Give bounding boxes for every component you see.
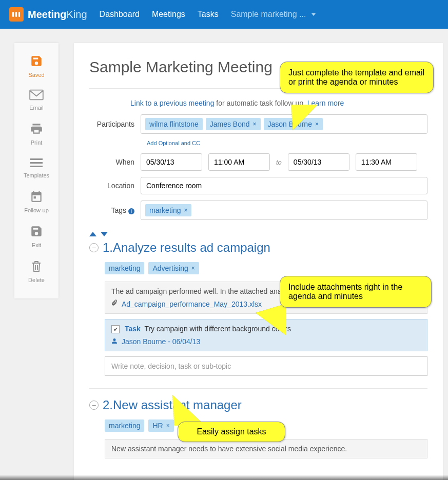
remove-icon[interactable]: × <box>184 207 187 214</box>
location-label: Location <box>89 182 141 190</box>
divider <box>89 388 427 389</box>
agenda-number: 1. <box>103 241 113 254</box>
nav-meetings[interactable]: Meetings <box>152 10 185 19</box>
new-note-input[interactable]: Write note, decision, task or sub-topic <box>105 356 427 376</box>
trash-icon <box>14 259 59 275</box>
callout-tooltip: Include attachments right in the agenda … <box>280 276 432 308</box>
participant-name: wilma flintstone <box>149 120 199 128</box>
person-icon <box>111 337 120 346</box>
nav-current-label: Sample marketing ... <box>231 10 306 18</box>
sidebar-email-label: Email <box>14 105 59 111</box>
sidebar-email[interactable]: Email <box>14 83 59 116</box>
callout-tail <box>256 304 286 335</box>
calendar-icon <box>14 190 59 205</box>
tags-row: Tagsi marketing× <box>89 201 427 220</box>
svg-rect-4 <box>30 158 43 160</box>
when-row: When to <box>89 153 427 171</box>
print-icon <box>14 122 59 137</box>
agenda-title[interactable]: 1.Analyze results ad campaign <box>103 241 270 255</box>
sidebar-print[interactable]: Print <box>14 116 59 151</box>
svg-rect-0 <box>12 12 14 17</box>
when-label: When <box>89 158 141 166</box>
sidebar-saved[interactable]: Saved <box>14 48 59 83</box>
sidebar-templates[interactable]: Templates <box>14 151 59 184</box>
meeting-content: Sample Marketing Meeting Link to a previ… <box>74 43 443 480</box>
nav-tasks[interactable]: Tasks <box>198 10 219 19</box>
participants-input[interactable]: wilma flintstone James Bond× Jason Bourn… <box>141 114 427 134</box>
note-text: New assistant manager needs to have exte… <box>111 445 421 453</box>
sidebar-delete[interactable]: Delete <box>14 253 59 288</box>
tag-name: HR <box>152 422 163 430</box>
callout-tooltip: Easily assign tasks <box>178 422 285 442</box>
participants-row: Participants wilma flintstone James Bond… <box>89 114 427 134</box>
sidebar-exit[interactable]: Exit <box>14 218 59 253</box>
tag-chip[interactable]: marketing <box>105 262 144 274</box>
sidebar-saved-label: Saved <box>14 72 59 78</box>
sidebar-followup[interactable]: Follow-up <box>14 184 59 218</box>
task-label: Task <box>125 325 141 333</box>
callout-tooltip: Just complete the template and email or … <box>280 62 434 93</box>
logo-text-2: King <box>67 9 87 21</box>
tag-name: Advertising <box>152 264 188 272</box>
attachment-name: Ad_campaign_performance_May_2013.xlsx <box>122 300 262 308</box>
action-sidebar: Saved Email Print Templates Follow-up <box>14 43 59 298</box>
add-optional-cc-link[interactable]: Add Optional and CC <box>147 140 427 146</box>
nav-dashboard[interactable]: Dashboard <box>100 10 140 19</box>
task-checkbox[interactable]: ✔ <box>111 325 120 333</box>
sidebar-print-label: Print <box>14 139 59 146</box>
move-down-icon[interactable] <box>101 232 108 236</box>
location-input[interactable] <box>141 177 427 194</box>
to-label: to <box>276 158 282 166</box>
sidebar-templates-label: Templates <box>14 172 59 178</box>
remove-icon[interactable]: × <box>253 121 257 128</box>
end-time-input[interactable] <box>356 153 417 171</box>
tag-chip[interactable]: HR× <box>148 419 173 432</box>
svg-rect-1 <box>15 12 17 17</box>
logo-text-1: Meeting <box>28 9 67 21</box>
tag-chip[interactable]: marketing× <box>145 204 191 216</box>
sidebar-followup-label: Follow-up <box>14 207 59 213</box>
link-previous-meeting[interactable]: Link to a previous meeting <box>130 99 214 107</box>
link-previous-row: Link to a previous meeting for automatic… <box>130 99 427 107</box>
start-date-input[interactable] <box>141 153 202 171</box>
start-time-input[interactable] <box>208 153 270 171</box>
remove-icon[interactable]: × <box>315 121 319 128</box>
participant-name: James Bond <box>210 120 250 128</box>
nav-links: Dashboard Meetings Tasks Sample marketin… <box>100 10 316 19</box>
svg-rect-6 <box>30 166 43 167</box>
logo[interactable]: MeetingKing <box>9 7 87 22</box>
tag-chip[interactable]: marketing <box>105 419 144 432</box>
svg-rect-5 <box>30 162 43 164</box>
agenda-title-text: Analyze results ad campaign <box>113 241 270 254</box>
collapse-button[interactable]: − <box>89 401 99 410</box>
remove-icon[interactable]: × <box>166 422 170 429</box>
reorder-controls <box>89 229 427 238</box>
remove-icon[interactable]: × <box>191 265 195 272</box>
move-up-icon[interactable] <box>89 232 96 236</box>
task-assignee[interactable]: Jason Bourne - 06/04/13 <box>111 337 421 346</box>
bottom-shadow <box>0 475 448 480</box>
tag-name: marketing <box>109 264 140 272</box>
tag-chip[interactable]: Advertising× <box>148 262 199 274</box>
collapse-button[interactable]: − <box>89 243 99 252</box>
end-date-input[interactable] <box>288 153 349 171</box>
save-exit-icon <box>14 225 59 240</box>
svg-rect-2 <box>18 12 20 17</box>
tag-name: marketing <box>109 422 140 430</box>
tags-label-text: Tags <box>111 206 126 214</box>
tags-label: Tagsi <box>89 206 141 214</box>
tags-input[interactable]: marketing× <box>141 201 427 220</box>
info-icon[interactable]: i <box>128 208 134 214</box>
agenda-number: 2. <box>103 398 113 412</box>
svg-rect-3 <box>30 90 43 100</box>
email-icon <box>14 89 59 103</box>
paperclip-icon <box>111 300 120 308</box>
top-nav: MeetingKing Dashboard Meetings Tasks Sam… <box>0 0 448 29</box>
nav-current-meeting[interactable]: Sample marketing ... <box>231 10 316 19</box>
participant-tag[interactable]: James Bond× <box>206 118 261 130</box>
location-row: Location <box>89 177 427 194</box>
sidebar-exit-label: Exit <box>14 242 59 248</box>
logo-icon <box>9 7 24 22</box>
callout-tail <box>287 105 318 130</box>
participant-tag[interactable]: wilma flintstone <box>145 118 203 130</box>
